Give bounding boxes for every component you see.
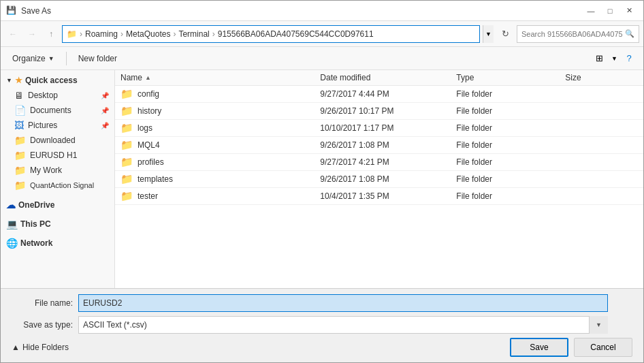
sidebar-item-pictures[interactable]: 🖼 Pictures 📌 [1,118,114,133]
file-name: MQL4 [138,140,160,150]
file-name: templates [138,174,173,184]
path-dropdown-button[interactable]: ▼ [483,25,494,43]
refresh-button[interactable]: ↻ [496,25,514,43]
maximize-button[interactable]: □ [601,4,619,18]
sidebar-item-quantaction[interactable]: 📁 QuantAction Signal [1,178,114,193]
path-terminal: Terminal [178,29,209,39]
sidebar-item-downloaded[interactable]: 📁 Downloaded [1,133,114,148]
col-size-header[interactable]: Size [565,73,638,82]
quantaction-icon: 📁 [14,180,26,191]
folder-icon: 📁 [120,122,133,134]
file-date: 9/26/2017 1:08 PM [320,140,456,150]
file-name: logs [138,123,152,133]
onedrive-icon: ☁ [6,200,16,210]
downloaded-icon: 📁 [14,135,26,146]
organize-button[interactable]: Organize ▼ [6,50,61,67]
view-button[interactable]: ⊞ [590,50,609,67]
back-button[interactable]: ← [5,26,21,42]
path-guid: 915566BA06ADA407569C544CC0D97611 [218,29,374,39]
folder-icon: 📁 [120,105,133,117]
file-list-header: Name ▲ Date modified Type Size [115,70,643,86]
filename-row: File name: [12,294,632,312]
desktop-folder-icon: 🖥 [14,90,24,101]
sidebar-item-eurusd[interactable]: 📁 EURUSD H1 [1,148,114,163]
file-type: File folder [456,123,565,133]
file-date: 9/27/2017 4:44 PM [320,89,456,99]
file-date: 9/26/2017 1:08 PM [320,174,456,184]
hide-folders-button[interactable]: ▲ Hide Folders [12,343,69,352]
sidebar-item-mywork[interactable]: 📁 My Work [1,163,114,178]
view-dropdown-icon[interactable]: ▼ [611,55,617,62]
window-icon: 💾 [6,5,17,16]
hide-folders-label: Hide Folders [22,343,69,352]
path-roaming: Roaming [85,29,118,39]
filename-label: File name: [12,298,73,308]
close-button[interactable]: ✕ [620,4,638,18]
table-row[interactable]: 📁 tester 10/4/2017 1:35 PM File folder [115,188,643,205]
up-button[interactable]: ↑ [43,26,59,42]
sidebar-thispc-label: This PC [20,219,51,229]
sidebar-network-label: Network [20,238,52,248]
file-date: 10/4/2017 1:35 PM [320,191,456,201]
main-area: ▼ ★ Quick access 🖥 Desktop 📌 📄 Documents… [1,70,643,288]
address-path[interactable]: 📁 › Roaming › MetaQuotes › Terminal › 91… [62,25,480,43]
chevron-down-icon: ▼ [6,77,12,84]
window-title: Save As [21,6,51,16]
buttons-row: ▲ Hide Folders Save Cancel [12,338,632,357]
file-date: 9/27/2017 4:21 PM [320,157,456,167]
file-type: File folder [456,89,565,99]
table-row[interactable]: 📁 profiles 9/27/2017 4:21 PM File folder [115,154,643,171]
saveas-select[interactable]: ASCII Text (*.csv)CSV (Comma delimited)A… [78,316,608,334]
col-date-header[interactable]: Date modified [320,73,456,82]
path-metaquotes: MetaQuotes [126,29,170,39]
search-icon: 🔍 [625,29,634,38]
cancel-button[interactable]: Cancel [574,338,632,357]
save-button[interactable]: Save [510,338,568,357]
folder-icon: 📁 [120,156,133,168]
table-row[interactable]: 📁 logs 10/10/2017 1:17 PM File folder [115,120,643,137]
col-type-header[interactable]: Type [456,73,565,82]
sidebar-item-quick-access[interactable]: ▼ ★ Quick access [1,73,114,88]
toolbar: Organize ▼ New folder ⊞ ▼ ? [1,47,643,70]
file-type: File folder [456,157,565,167]
search-input[interactable] [521,30,622,38]
table-row[interactable]: 📁 history 9/26/2017 10:17 PM File folder [115,103,643,120]
help-button[interactable]: ? [620,50,638,67]
sidebar-documents-label: Documents [30,106,71,115]
sidebar-item-documents[interactable]: 📄 Documents 📌 [1,103,114,118]
sidebar-item-this-pc[interactable]: 💻 This PC [1,216,114,232]
search-box[interactable]: 🔍 [517,25,639,43]
pc-icon: 💻 [6,219,18,230]
new-folder-label: New folder [78,54,117,63]
table-row[interactable]: 📁 MQL4 9/26/2017 1:08 PM File folder [115,137,643,154]
folder-icon: 📁 [120,139,133,151]
organize-dropdown-icon: ▼ [48,55,54,62]
pin-icon: 📌 [101,92,109,99]
sidebar: ▼ ★ Quick access 🖥 Desktop 📌 📄 Documents… [1,70,115,288]
filename-input[interactable] [78,294,608,312]
table-row[interactable]: 📁 templates 9/26/2017 1:08 PM File folde… [115,171,643,188]
sidebar-onedrive-label: OneDrive [18,200,54,210]
minimize-button[interactable]: — [582,4,600,18]
folder-icon: 📁 [120,88,133,100]
forward-button[interactable]: → [24,26,40,42]
table-row[interactable]: 📁 config 9/27/2017 4:44 PM File folder [115,86,643,103]
address-bar: ← → ↑ 📁 › Roaming › MetaQuotes › Termina… [1,21,643,47]
title-bar: 💾 Save As — □ ✕ [1,1,643,21]
file-type: File folder [456,191,565,201]
sidebar-item-desktop[interactable]: 🖥 Desktop 📌 [1,88,114,103]
toolbar-separator [66,52,67,65]
saveas-label: Save as type: [12,320,73,330]
sidebar-quantaction-label: QuantAction Signal [30,181,94,189]
sidebar-eurusd-label: EURUSD H1 [30,151,77,160]
sidebar-mywork-label: My Work [30,165,62,175]
new-folder-button[interactable]: New folder [72,50,123,67]
file-type: File folder [456,174,565,184]
sidebar-item-network[interactable]: 🌐 Network [1,235,114,251]
file-name: config [138,89,159,99]
pictures-icon: 🖼 [14,120,24,131]
toolbar-right: ⊞ ▼ ? [590,50,638,67]
title-bar-left: 💾 Save As [6,5,51,16]
sidebar-item-onedrive[interactable]: ☁ OneDrive [1,197,114,213]
col-name-header[interactable]: Name ▲ [120,73,320,82]
